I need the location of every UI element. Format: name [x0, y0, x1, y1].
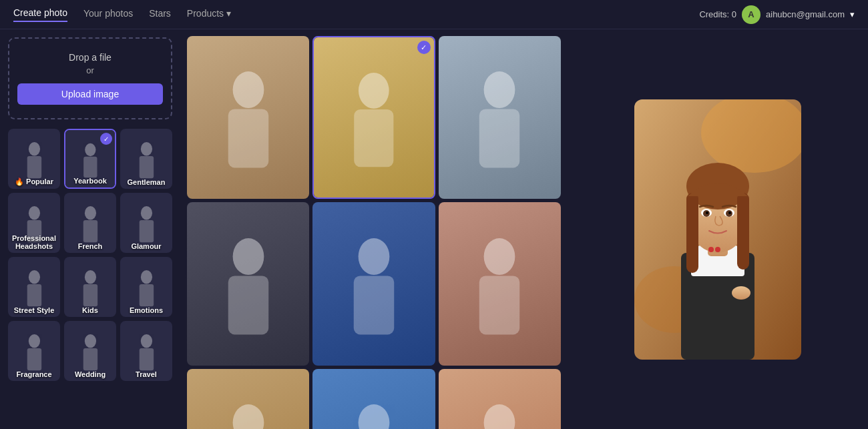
svg-rect-23: [139, 348, 153, 370]
category-item-kids[interactable]: Kids: [64, 257, 116, 317]
photo-thumb-1[interactable]: [187, 36, 309, 199]
upload-image-button[interactable]: Upload image: [17, 83, 163, 105]
svg-point-16: [140, 270, 152, 284]
svg-rect-31: [228, 276, 268, 334]
category-item-gentleman[interactable]: Gentleman: [120, 129, 172, 189]
center-panel: ✓ Generate photo Generating one image wi…: [180, 29, 568, 429]
svg-point-32: [359, 238, 390, 275]
svg-point-12: [28, 270, 39, 284]
svg-rect-25: [228, 109, 268, 168]
svg-point-22: [140, 334, 152, 348]
svg-rect-29: [479, 109, 519, 168]
svg-point-0: [28, 142, 39, 155]
category-label-french: French: [64, 242, 116, 250]
category-item-fragrance[interactable]: Fragrance: [8, 321, 60, 381]
svg-rect-35: [479, 276, 519, 334]
svg-rect-57: [686, 193, 698, 273]
svg-point-67: [715, 247, 720, 252]
svg-rect-15: [83, 284, 97, 306]
category-item-professional[interactable]: Professional Headshots: [8, 193, 60, 253]
photo-thumb-7[interactable]: [187, 369, 309, 429]
upload-box: Drop a file or Upload image: [8, 37, 172, 119]
category-label-emotions: Emotions: [120, 306, 172, 314]
svg-point-10: [140, 206, 152, 220]
svg-point-20: [84, 334, 95, 348]
nav-stars[interactable]: Stars: [149, 8, 171, 21]
category-item-wedding[interactable]: Wedding: [64, 321, 116, 381]
svg-point-2: [85, 143, 95, 156]
chevron-down-icon-user[interactable]: ▾: [850, 9, 855, 19]
svg-rect-3: [83, 156, 97, 177]
photo-thumb-5[interactable]: [312, 202, 435, 365]
svg-point-34: [484, 238, 515, 275]
category-label-fragrance: Fragrance: [8, 370, 60, 378]
category-item-french[interactable]: French: [64, 193, 116, 253]
photo-thumb-8[interactable]: [312, 369, 435, 429]
svg-point-66: [708, 247, 714, 252]
photo-grid: ✓: [187, 36, 561, 429]
photo-check-icon: ✓: [417, 41, 431, 54]
category-label-kids: Kids: [64, 306, 116, 314]
category-item-street[interactable]: Street Style: [8, 257, 60, 317]
right-panel: [568, 29, 868, 429]
navbar: Create photo Your photos Stars Products …: [0, 0, 868, 29]
category-label-wedding: Wedding: [64, 370, 116, 378]
svg-rect-27: [354, 109, 393, 167]
category-item-emotions[interactable]: Emotions: [120, 257, 172, 317]
svg-rect-5: [139, 156, 153, 178]
nav-your-photos[interactable]: Your photos: [83, 8, 133, 21]
photo-thumb-9[interactable]: [439, 369, 561, 429]
svg-point-14: [84, 270, 95, 284]
user-email: aihubcn@gmail.com: [766, 9, 845, 19]
svg-rect-11: [139, 220, 153, 242]
svg-rect-1: [27, 156, 41, 178]
svg-point-18: [28, 334, 39, 348]
svg-rect-58: [737, 193, 749, 270]
photo-thumb-3[interactable]: [439, 36, 561, 199]
svg-rect-33: [354, 276, 394, 334]
svg-point-64: [728, 211, 731, 214]
left-panel: Drop a file or Upload image 🔥 PopularYea…: [0, 29, 180, 429]
category-label-popular: 🔥 Popular: [8, 177, 60, 186]
avatar: A: [742, 5, 761, 24]
nav-products[interactable]: Products ▾: [187, 8, 231, 21]
category-item-travel[interactable]: Travel: [120, 321, 172, 381]
main-layout: Drop a file or Upload image 🔥 PopularYea…: [0, 29, 868, 429]
svg-point-40: [484, 404, 515, 429]
chevron-down-icon: ▾: [226, 8, 231, 19]
photo-thumb-2[interactable]: ✓: [312, 36, 435, 199]
category-label-travel: Travel: [120, 370, 172, 378]
nav-create-photo[interactable]: Create photo: [13, 7, 67, 22]
svg-point-28: [484, 71, 515, 108]
svg-point-30: [232, 238, 264, 275]
preview-svg: [634, 99, 801, 360]
svg-point-65: [732, 286, 750, 300]
svg-rect-19: [27, 348, 41, 370]
svg-point-4: [140, 142, 152, 155]
svg-rect-17: [139, 284, 153, 306]
svg-point-36: [232, 404, 264, 429]
category-item-yearbook[interactable]: Yearbook✓: [64, 129, 116, 189]
photo-thumb-6[interactable]: [439, 202, 561, 365]
nav-right: Credits: 0 A aihubcn@gmail.com ▾: [699, 5, 855, 24]
or-text: or: [17, 65, 163, 75]
category-label-yearbook: Yearbook: [65, 177, 115, 185]
photo-thumb-4[interactable]: [187, 202, 309, 365]
category-label-street: Street Style: [8, 306, 60, 314]
svg-point-26: [359, 73, 389, 109]
category-grid: 🔥 PopularYearbook✓GentlemanProfessional …: [8, 129, 172, 381]
svg-point-8: [84, 206, 95, 220]
category-label-gentleman: Gentleman: [120, 178, 172, 186]
svg-rect-21: [83, 348, 97, 370]
check-icon: ✓: [100, 133, 112, 145]
svg-point-63: [706, 211, 708, 214]
svg-rect-9: [83, 220, 97, 242]
svg-point-6: [28, 206, 39, 220]
svg-point-38: [359, 404, 390, 429]
category-label-professional: Professional Headshots: [8, 234, 60, 250]
drop-text: Drop a file: [17, 52, 163, 63]
category-item-glamour[interactable]: Glamour: [120, 193, 172, 253]
category-item-popular[interactable]: 🔥 Popular: [8, 129, 60, 189]
category-label-glamour: Glamour: [120, 242, 172, 250]
credits-label: Credits: 0: [699, 9, 736, 19]
